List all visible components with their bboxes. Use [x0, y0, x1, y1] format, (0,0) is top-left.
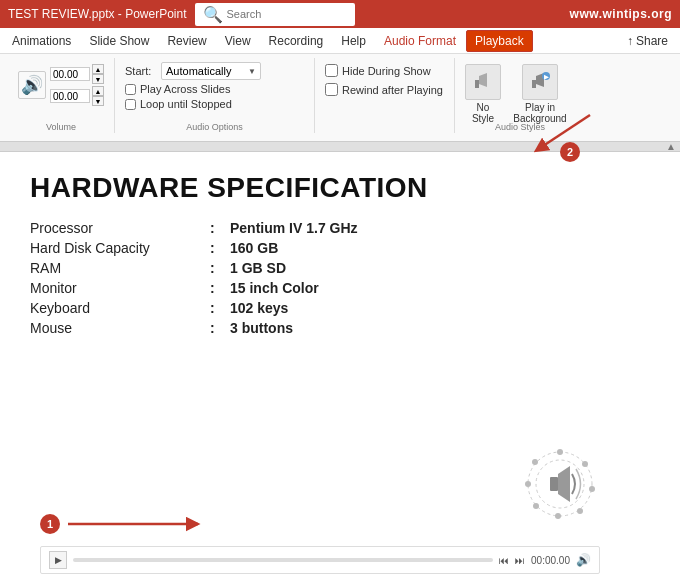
volume-icon-box: 🔊	[18, 71, 46, 99]
audio-styles-label: Audio Styles	[455, 122, 585, 133]
play-across-slides-checkbox[interactable]	[125, 84, 136, 95]
slide-area: ▲ HARDWARE SPECIFICATION Processor : Pen…	[0, 142, 680, 588]
volume-control: 🔊 ▲ ▼ ▲ ▼	[18, 58, 104, 106]
search-input[interactable]	[227, 8, 347, 20]
svg-point-12	[577, 508, 583, 514]
annotation-arrow-1	[68, 512, 208, 536]
spec-key-2: RAM	[30, 260, 210, 276]
menu-animations[interactable]: Animations	[4, 31, 79, 51]
share-icon: ↑	[627, 34, 633, 48]
spec-key-4: Keyboard	[30, 300, 210, 316]
svg-point-16	[532, 459, 538, 465]
menu-review[interactable]: Review	[159, 31, 214, 51]
spec-key-0: Processor	[30, 220, 210, 236]
svg-marker-1	[479, 73, 487, 87]
svg-point-9	[557, 449, 563, 455]
start-dropdown[interactable]: Automatically ▼	[161, 62, 261, 80]
menu-view[interactable]: View	[217, 31, 259, 51]
spec-colon-2: :	[210, 260, 230, 276]
svg-marker-18	[558, 466, 570, 502]
no-style-button[interactable]: No Style	[465, 64, 501, 124]
svg-text:▶: ▶	[544, 74, 549, 80]
audio-element-container[interactable]	[520, 444, 600, 528]
rewind-after-playing-checkbox[interactable]	[325, 83, 338, 96]
menu-recording[interactable]: Recording	[261, 31, 332, 51]
spec-val-1: 160 GB	[230, 240, 650, 256]
annotation-badge-2: 2	[560, 142, 580, 162]
spec-key-5: Mouse	[30, 320, 210, 336]
volume-spinner-2[interactable]	[50, 89, 90, 103]
audio-styles-group: No Style ▶ Play in Background	[465, 58, 575, 124]
search-icon: 🔍	[203, 5, 223, 24]
menu-bar: Animations Slide Show Review View Record…	[0, 28, 680, 54]
spec-colon-0: :	[210, 220, 230, 236]
slide-content: HARDWARE SPECIFICATION Processor : Penti…	[0, 152, 680, 588]
spec-key-3: Monitor	[30, 280, 210, 296]
spinner-arrows-2: ▲ ▼	[92, 86, 104, 106]
spec-table: Processor : Pentium IV 1.7 GHz Hard Disk…	[30, 220, 650, 336]
menu-audioformat[interactable]: Audio Format	[376, 31, 464, 51]
title-right: www.wintips.org	[570, 7, 672, 21]
loop-until-stopped-checkbox[interactable]	[125, 99, 136, 110]
file-name: TEST REVIEW.pptx - PowerPoint	[8, 7, 187, 21]
dropdown-arrow-icon: ▼	[248, 67, 256, 76]
spec-val-5: 3 buttons	[230, 320, 650, 336]
wintips-logo: www.wintips.org	[570, 7, 672, 21]
spinner-down-1[interactable]: ▼	[92, 74, 104, 84]
play-across-slides-row: Play Across Slides	[125, 83, 261, 95]
hide-during-show-checkbox[interactable]	[325, 64, 338, 77]
audio-options-label: Audio Options	[115, 122, 314, 133]
start-group: Start: Automatically ▼ Play Across Slide…	[125, 58, 261, 110]
hide-during-show-label: Hide During Show	[342, 65, 431, 77]
svg-point-11	[589, 486, 595, 492]
svg-point-10	[582, 461, 588, 467]
hide-group-label	[315, 122, 454, 133]
ribbon-group-audio-options: Start: Automatically ▼ Play Across Slide…	[115, 58, 315, 133]
spec-val-0: Pentium IV 1.7 GHz	[230, 220, 650, 236]
spinner-down-2[interactable]: ▼	[92, 96, 104, 106]
ribbon-group-audio-styles: No Style ▶ Play in Background Audio Styl…	[455, 58, 585, 133]
search-box[interactable]: 🔍	[195, 3, 355, 26]
spinner-up-1[interactable]: ▲	[92, 64, 104, 74]
spec-colon-3: :	[210, 280, 230, 296]
volume-spinners: ▲ ▼ ▲ ▼	[50, 64, 104, 106]
volume-spinner-1[interactable]	[50, 67, 90, 81]
svg-rect-0	[475, 80, 479, 88]
spinner-field-2: ▲ ▼	[50, 86, 104, 106]
hide-group: Hide During Show Rewind after Playing	[325, 58, 443, 96]
play-in-bg-label: Play in Background	[505, 102, 575, 124]
play-in-bg-icon: ▶	[522, 64, 558, 100]
volume-button[interactable]: 🔊	[18, 71, 46, 99]
play-across-slides-label: Play Across Slides	[140, 83, 230, 95]
spec-colon-4: :	[210, 300, 230, 316]
ribbon-wrapper: 🔊 ▲ ▼ ▲ ▼ Volume	[0, 54, 680, 142]
loop-until-stopped-row: Loop until Stopped	[125, 98, 261, 110]
svg-point-14	[533, 503, 539, 509]
hide-during-show-row: Hide During Show	[325, 64, 443, 77]
spec-colon-5: :	[210, 320, 230, 336]
menu-playback[interactable]: Playback	[466, 30, 533, 52]
badge-2-circle: 2	[560, 142, 580, 162]
spec-colon-1: :	[210, 240, 230, 256]
title-bar: TEST REVIEW.pptx - PowerPoint 🔍 www.wint…	[0, 0, 680, 28]
menu-slideshow[interactable]: Slide Show	[81, 31, 157, 51]
prev-skip-button[interactable]: ⏮	[499, 555, 509, 566]
start-label: Start:	[125, 65, 157, 77]
loop-until-stopped-label: Loop until Stopped	[140, 98, 232, 110]
next-skip-button[interactable]: ⏭	[515, 555, 525, 566]
playback-bar: ▶ ⏮ ⏭ 00:00.00 🔊	[40, 546, 600, 574]
spinner-up-2[interactable]: ▲	[92, 86, 104, 96]
rewind-after-playing-row: Rewind after Playing	[325, 83, 443, 96]
share-button[interactable]: ↑ Share	[619, 32, 676, 50]
play-in-background-button[interactable]: ▶ Play in Background	[505, 64, 575, 124]
ribbon-group-volume: 🔊 ▲ ▼ ▲ ▼ Volume	[8, 58, 115, 133]
spec-key-1: Hard Disk Capacity	[30, 240, 210, 256]
volume-small-icon[interactable]: 🔊	[576, 553, 591, 567]
menu-help[interactable]: Help	[333, 31, 374, 51]
spinner-arrows-1: ▲ ▼	[92, 64, 104, 84]
spinner-field-1: ▲ ▼	[50, 64, 104, 84]
svg-rect-17	[550, 477, 558, 491]
playback-time: 00:00.00	[531, 555, 570, 566]
play-button[interactable]: ▶	[49, 551, 67, 569]
ribbon-group-hide-rewind: Hide During Show Rewind after Playing	[315, 58, 455, 133]
